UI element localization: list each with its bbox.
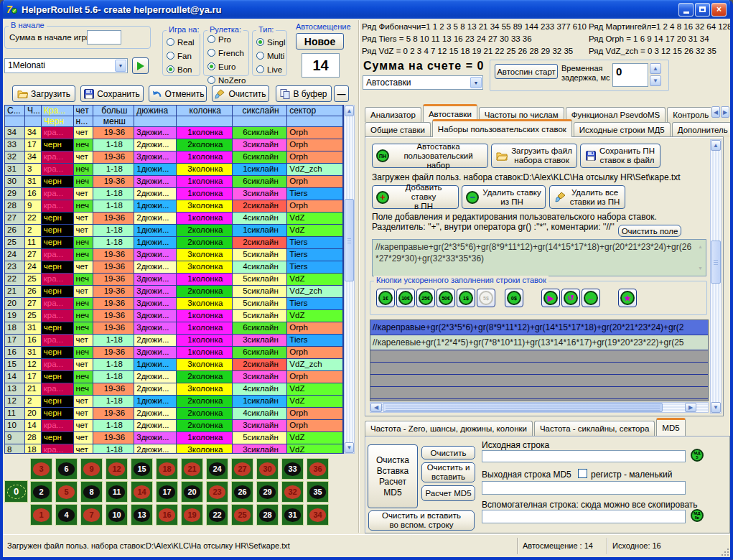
- radio-selected-icon[interactable]: [207, 62, 215, 70]
- bet-set-row[interactable]: //кареправые+gr(2*3*5*6)+gr(8*9*11*12)+g…: [370, 320, 708, 335]
- board-cell-27[interactable]: 27: [231, 458, 253, 480]
- panel-scrollbar-thumb[interactable]: [711, 241, 721, 284]
- table-row[interactable]: 2511черннеч1-181дюжи...2колонка2сиклайнT…: [5, 237, 343, 249]
- table-row[interactable]: 2027кра...неч19-363дюжи...3колонка5сикла…: [5, 298, 343, 310]
- board-cell-28[interactable]: 28: [256, 504, 279, 526]
- load-button[interactable]: Загрузить: [12, 85, 75, 102]
- table-row[interactable]: 313кра...неч1-181дюжи...3колонка1сиклайн…: [5, 164, 343, 176]
- radio-icon[interactable]: [207, 76, 215, 84]
- table-row[interactable]: 2324чернчет19-362дюжи...3колонка4сиклайн…: [5, 261, 343, 274]
- scroll-left-icon[interactable]: ◀: [370, 403, 382, 412]
- board-cell-33[interactable]: 33: [281, 458, 304, 480]
- board-cell-12[interactable]: 12: [106, 458, 128, 480]
- board-cell-35[interactable]: 35: [307, 481, 329, 503]
- board-cell-11[interactable]: 11: [106, 481, 128, 503]
- scroll-up-icon[interactable]: ▲: [696, 241, 705, 253]
- radio-bon[interactable]: Bon: [167, 64, 200, 75]
- board-cell-17[interactable]: 17: [156, 481, 178, 503]
- md5-output-input[interactable]: [482, 481, 686, 495]
- md5-calc-button[interactable]: Расчет MD5: [421, 485, 475, 501]
- bet-set-empty-row[interactable]: [370, 350, 708, 363]
- board-cell-25[interactable]: 25: [231, 504, 253, 526]
- board-cell-1[interactable]: 1: [30, 504, 52, 526]
- board-cell-9[interactable]: 9: [80, 458, 103, 480]
- save-bet-file-button[interactable]: Сохранить ПНставок в файл: [580, 144, 660, 168]
- table-row[interactable]: 1925кра...неч19-363дюжи...1колонка5сикла…: [5, 310, 343, 322]
- spinner-up-icon[interactable]: ▲: [650, 63, 661, 74]
- clear-field-button[interactable]: Очистить поле: [618, 225, 681, 237]
- board-cell-26[interactable]: 26: [231, 481, 253, 503]
- run-button[interactable]: [132, 57, 149, 74]
- radio-pro[interactable]: Pro: [207, 34, 248, 45]
- table-row[interactable]: 2427кра...неч19-363дюжи...3колонка5сикла…: [5, 249, 343, 261]
- board-cell-5[interactable]: 5: [55, 481, 78, 503]
- board-cell-34[interactable]: 34: [307, 504, 329, 526]
- profile-combo[interactable]: 1Melonati ▼: [4, 58, 128, 73]
- md5-paste-aux-button[interactable]: Очистить и вставитьво вспом. строку: [368, 510, 475, 531]
- table-row[interactable]: 928чернчет19-363дюжи...1колонка5сиклайнV…: [5, 432, 343, 444]
- radio-real[interactable]: Real: [167, 37, 200, 47]
- tab-исходные-строки-мд5[interactable]: Исходные строки МД5: [574, 122, 671, 137]
- close-button[interactable]: ×: [711, 3, 727, 17]
- collapse-button[interactable]: —: [334, 85, 349, 102]
- board-cell-30[interactable]: 30: [256, 458, 279, 480]
- bet-set-empty-row[interactable]: [370, 387, 708, 399]
- md5-clear-paste-calc-button[interactable]: ОчисткаВставкаРасчет MD5: [368, 444, 418, 508]
- delete-all-bets-button[interactable]: Удалить всеставки из ПН: [549, 185, 625, 209]
- board-cell-31[interactable]: 31: [281, 504, 304, 526]
- radio-euro[interactable]: Euro: [207, 61, 248, 72]
- scroll-up-icon[interactable]: ▲: [711, 140, 721, 151]
- delete-bet-button[interactable]: − Удалить ставкуиз ПН: [462, 185, 546, 209]
- chip-50€[interactable]: 50€: [436, 289, 455, 307]
- table-row[interactable]: 1831черннеч19-363дюжи...1колонка6сиклайн…: [5, 322, 343, 335]
- scroll-down-icon[interactable]: ▼: [345, 442, 354, 453]
- bet-set-row[interactable]: //карелевые+gr(1*2*4*5)+gr(7*8*10*11)+gr…: [370, 335, 708, 350]
- board-cell-32[interactable]: 32: [281, 481, 304, 503]
- tab-частота-zero-шансы-дюжины-колонки[interactable]: Частота - Zero, шансы, дюжины, колонки: [365, 421, 533, 436]
- radio-multi[interactable]: Multi: [256, 50, 286, 61]
- table-row[interactable]: 1512кра...чет1-181дюжи...3колонка2сиклай…: [5, 359, 343, 371]
- delay-input[interactable]: 0: [612, 63, 648, 87]
- bet-set-empty-row[interactable]: [370, 399, 708, 401]
- board-cell-36[interactable]: 36: [307, 458, 329, 480]
- md5-icon[interactable]: МД5▸: [691, 509, 704, 522]
- radio-fan[interactable]: Fan: [167, 50, 200, 61]
- table-row[interactable]: 3317черннеч1-182дюжи...2колонка3сиклайнO…: [5, 139, 343, 151]
- board-cell-24[interactable]: 24: [206, 458, 228, 480]
- board-cell-14[interactable]: 14: [131, 481, 153, 503]
- md5-source-input[interactable]: [482, 450, 686, 462]
- chip-10€[interactable]: 10€: [396, 289, 415, 307]
- table-scrollbar-thumb[interactable]: [345, 199, 354, 281]
- radio-french[interactable]: French: [207, 47, 248, 58]
- tab-scroll-right-icon[interactable]: ▶: [721, 106, 729, 118]
- board-cell-8[interactable]: 8: [80, 481, 103, 503]
- table-row[interactable]: 122чернчет1-181дюжи...2колонка1сиклайнVd…: [5, 396, 343, 408]
- board-cell-15[interactable]: 15: [131, 458, 153, 480]
- scroll-down-icon[interactable]: ▼: [696, 263, 705, 274]
- radio-icon[interactable]: [167, 38, 174, 46]
- table-row[interactable]: 2916кра...чет1-182дюжи...1колонка3сиклай…: [5, 188, 343, 200]
- maximize-button[interactable]: [695, 3, 710, 17]
- table-row[interactable]: 3434кра...чет19-363дюжи...1колонка6сикла…: [5, 127, 343, 139]
- table-row[interactable]: 3031черннеч19-363дюжи...1колонка6сиклайн…: [5, 176, 343, 188]
- table-row[interactable]: 289кра...неч1-181дюжи...3колонка2сиклайн…: [5, 200, 343, 213]
- board-cell-13[interactable]: 13: [131, 504, 153, 526]
- board-cell-23[interactable]: 23: [206, 481, 228, 503]
- table-row[interactable]: 1120чернчет19-362дюжи...2колонка4сиклайн…: [5, 408, 343, 420]
- clear-button[interactable]: Очистить: [212, 85, 269, 102]
- chip-1€[interactable]: 1€: [376, 289, 395, 307]
- radio-icon[interactable]: [207, 49, 215, 57]
- table-row[interactable]: 2722чернчет19-362дюжи...1колонка4сиклайн…: [5, 213, 343, 225]
- radio-selected-icon[interactable]: [167, 65, 174, 73]
- bet-editor-field[interactable]: //кареправые+gr(2*3*5*6)+gr(8*9*11*12)+g…: [372, 239, 706, 276]
- title-bar[interactable]: 7 HelperRoullet 5.6- create helperroulle…: [3, 0, 730, 19]
- scroll-up-icon[interactable]: ▲: [345, 106, 354, 116]
- table-row[interactable]: 1716кра...чет1-182дюжи...1колонка3сиклай…: [5, 335, 343, 347]
- chip-0$[interactable]: 0$: [505, 289, 523, 307]
- md5-clear-and-paste-button[interactable]: Очистить ивставить: [421, 462, 475, 482]
- board-cell-zero[interactable]: 0: [4, 480, 28, 503]
- lowercase-checkbox[interactable]: [578, 469, 587, 478]
- radio-singl[interactable]: Singl: [256, 37, 286, 47]
- board-cell-19[interactable]: 19: [181, 504, 203, 526]
- bet-set-empty-row[interactable]: [370, 363, 708, 375]
